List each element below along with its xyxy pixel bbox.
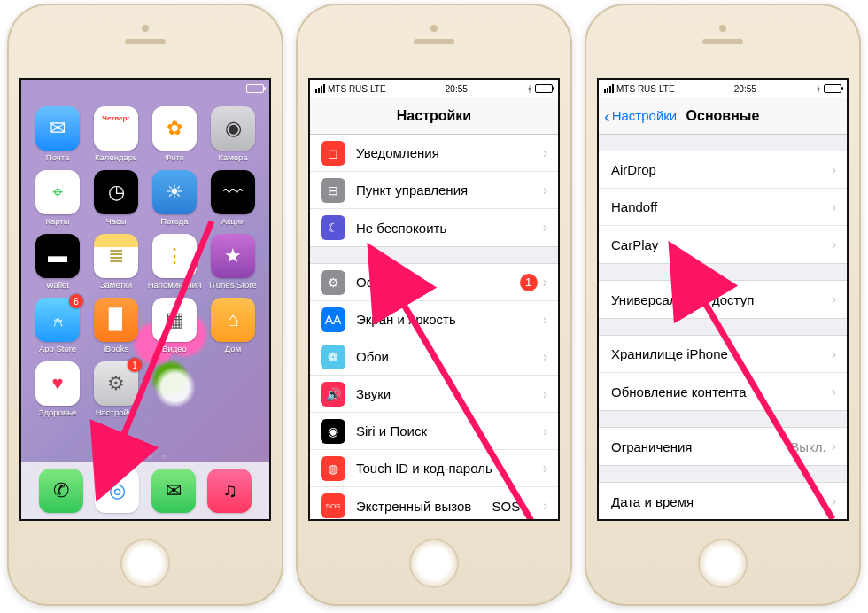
list-row-Основные[interactable]: ⚙Основные1›	[310, 264, 558, 301]
app-Карты[interactable]: ⌖Карты	[28, 170, 87, 234]
list-row-Ограничения[interactable]: ОграниченияВыкл.›	[599, 428, 847, 465]
dock: ✆◎✉♫	[21, 462, 269, 519]
battery-icon	[246, 84, 264, 93]
app-tile[interactable]: ▦	[152, 298, 197, 342]
app-tile[interactable]: Четверг12	[94, 106, 138, 151]
list-row-CarPlay[interactable]: CarPlay›	[599, 226, 847, 263]
app-tile[interactable]: ⌖	[35, 170, 80, 214]
app-label: Здоровье	[39, 407, 76, 417]
row-label: Хранилище iPhone	[611, 346, 832, 361]
row-label: AirDrop	[611, 162, 832, 177]
app-Камера[interactable]: ◉Камера	[204, 106, 262, 170]
list-row-Универсальный доступ[interactable]: Универсальный доступ›	[599, 281, 847, 318]
row-label: Универсальный доступ	[611, 292, 832, 307]
app-tile[interactable]: ☀	[152, 170, 197, 214]
list-row-Звуки[interactable]: 🔊Звуки›	[310, 376, 558, 413]
list-row-AirDrop[interactable]: AirDrop›	[599, 151, 847, 189]
app-App Store[interactable]: ⍲6App Store	[28, 298, 87, 361]
app-tile[interactable]: ⍲6	[35, 298, 80, 342]
badge: 1	[128, 358, 142, 372]
app-Акции[interactable]: 〰Акции	[204, 170, 262, 234]
settings-list[interactable]: ◻Уведомления›⊟Пункт управления›☾Не беспо…	[310, 135, 558, 519]
app-Настройки[interactable]: ⚙1Настройки	[87, 361, 145, 425]
app-Напоминания[interactable]: ⋮Напоминания	[145, 234, 204, 298]
chevron-right-icon: ›	[543, 275, 547, 291]
app-label: iTunes Store	[209, 280, 257, 290]
app-Заметки[interactable]: ≣Заметки	[87, 234, 145, 298]
dock-app-Safari[interactable]: ◎	[95, 469, 139, 513]
chevron-right-icon: ›	[832, 346, 836, 362]
row-icon: ◉	[321, 419, 345, 444]
app-Погода[interactable]: ☀Погода	[145, 170, 204, 234]
chevron-right-icon: ›	[543, 182, 547, 198]
home-button[interactable]	[409, 539, 459, 588]
home-app-grid: ✉ПочтаЧетверг12Календарь✿Фото◉Камера⌖Кар…	[21, 105, 269, 452]
general-list[interactable]: AirDrop›Handoff›CarPlay›Универсальный до…	[599, 135, 847, 519]
app-label: Настройки	[96, 407, 137, 417]
app-label: Календарь	[95, 152, 137, 162]
app-Часы[interactable]: ◷Часы	[87, 170, 145, 234]
app-iBooks[interactable]: ▉iBooks	[87, 298, 145, 361]
row-icon: ⚙	[321, 270, 345, 295]
dock-app-Сообщения[interactable]: ✉	[151, 469, 196, 513]
list-row-Хранилище iPhone[interactable]: Хранилище iPhone›	[599, 336, 847, 373]
back-button[interactable]: ‹ Настройки	[604, 107, 677, 125]
app-tile[interactable]: ★	[211, 234, 255, 278]
chevron-right-icon: ›	[832, 237, 836, 252]
list-group: ОграниченияВыкл.›	[599, 427, 847, 466]
list-row-Обои[interactable]: ❁Обои›	[310, 338, 558, 376]
dock-app-Телефон[interactable]: ✆	[39, 469, 83, 513]
dock-app-Музыка[interactable]: ♫	[207, 469, 252, 513]
home-button[interactable]	[120, 539, 170, 588]
carrier-label: MTS RUS	[616, 84, 656, 94]
list-row-Touch ID и код-пароль[interactable]: ◍Touch ID и код-пароль›	[310, 450, 558, 487]
app-Фото[interactable]: ✿Фото	[145, 106, 204, 170]
app-Дом[interactable]: ⌂Дом	[204, 298, 262, 361]
list-row-Экстренный вызов — SOS[interactable]: SOSЭкстренный вызов — SOS›	[310, 487, 558, 519]
list-row-Пункт управления[interactable]: ⊟Пункт управления›	[310, 172, 558, 209]
row-detail: Выкл.	[790, 439, 825, 454]
app-Здоровье[interactable]: ♥Здоровье	[28, 361, 87, 425]
clock: 20:55	[446, 84, 468, 94]
app-tile[interactable]: ♥	[35, 361, 80, 406]
row-icon: ◍	[321, 456, 345, 481]
app-Видео[interactable]: ▦Видео	[145, 298, 204, 361]
app-tile[interactable]: ✉	[35, 106, 80, 151]
app-label: Видео	[162, 344, 187, 353]
app-Wallet[interactable]: ▬Wallet	[28, 234, 87, 298]
list-group: AirDrop›Handoff›CarPlay›	[599, 151, 847, 264]
app-tile[interactable]: ▉	[94, 298, 138, 342]
app-tile[interactable]: ≣	[94, 234, 138, 278]
row-label: Дата и время	[611, 494, 832, 509]
app-tile[interactable]: ◉	[211, 106, 255, 151]
app-tile[interactable]: ✿	[152, 106, 197, 151]
list-row-Обновление контента[interactable]: Обновление контента›	[599, 373, 847, 410]
row-label: Пункт управления	[356, 182, 543, 198]
navbar: ‹ Настройки Основные	[599, 97, 847, 135]
app-label: Часы	[105, 216, 126, 226]
chevron-right-icon: ›	[543, 386, 547, 402]
app-Календарь[interactable]: Четверг12Календарь	[87, 106, 145, 170]
list-row-Экран и яркость[interactable]: AAЭкран и яркость›	[310, 301, 558, 338]
list-row-Не беспокоить[interactable]: ☾Не беспокоить›	[310, 209, 558, 246]
list-row-Уведомления[interactable]: ◻Уведомления›	[310, 135, 558, 172]
network-label: LTE	[370, 84, 386, 94]
chevron-left-icon: ‹	[604, 107, 610, 125]
app-tile[interactable]: ◷	[94, 170, 138, 214]
app-tile[interactable]: ▬	[35, 234, 80, 278]
app-tile[interactable]: 〰	[211, 170, 255, 214]
row-label: Экран и яркость	[356, 312, 543, 327]
status-bar: MTS RUS LTE 20:55 ᚼ	[310, 80, 558, 97]
screen-settings: MTS RUS LTE 20:55 ᚼ Настройки ◻Уведомлен…	[308, 78, 560, 521]
app-tile[interactable]: ⚙1	[94, 361, 138, 406]
app-tile[interactable]: ⋮	[152, 234, 197, 278]
list-row-Siri и Поиск[interactable]: ◉Siri и Поиск›	[310, 413, 558, 450]
row-icon: ❁	[321, 345, 345, 369]
home-button[interactable]	[698, 539, 748, 588]
app-iTunes Store[interactable]: ★iTunes Store	[204, 234, 262, 298]
app-Почта[interactable]: ✉Почта	[28, 106, 87, 170]
list-row-Handoff[interactable]: Handoff›	[599, 189, 847, 226]
list-row-Дата и время[interactable]: Дата и время›	[599, 483, 847, 519]
app-tile[interactable]: ⌂	[211, 298, 255, 342]
back-label: Настройки	[612, 108, 678, 123]
